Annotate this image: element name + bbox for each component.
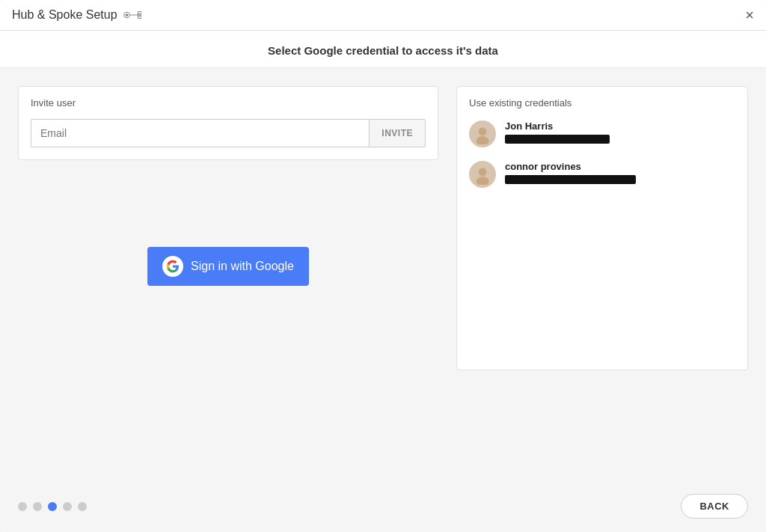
dot-2: [33, 502, 42, 511]
credential-email-connor: [505, 175, 636, 184]
invite-row: INVITE: [31, 119, 426, 147]
google-logo-icon: [162, 256, 183, 277]
google-signin-button[interactable]: Sign in with Google: [147, 247, 309, 286]
invite-section-label: Invite user: [31, 97, 426, 108]
google-signin-label: Sign in with Google: [191, 260, 294, 273]
google-signin-wrapper: Sign in with Google: [18, 172, 438, 286]
dot-5: [78, 502, 87, 511]
back-button[interactable]: BACK: [681, 494, 748, 519]
dot-3-active: [48, 502, 57, 511]
close-button[interactable]: ×: [745, 7, 754, 22]
avatar-jon: [469, 120, 496, 147]
footer: BACK: [0, 480, 766, 532]
avatar-connor: [469, 161, 496, 188]
svg-point-7: [479, 127, 487, 135]
page-subtitle: Select Google credential to access it's …: [0, 31, 766, 68]
dot-1: [18, 502, 27, 511]
progress-dots: [18, 502, 87, 511]
credential-item-connor[interactable]: connor provines: [469, 161, 735, 188]
invite-button[interactable]: INVITE: [369, 119, 426, 147]
hub-spoke-icon: [123, 8, 141, 22]
modal-title: Hub & Spoke Setup: [12, 8, 117, 22]
main-content: Invite user INVITE: [0, 68, 766, 480]
credential-info-jon: Jon Harris: [505, 120, 610, 144]
left-panel: Invite user INVITE: [18, 86, 438, 480]
email-input[interactable]: [31, 119, 369, 147]
invite-section: Invite user INVITE: [18, 86, 438, 160]
credential-info-connor: connor provines: [505, 161, 636, 184]
svg-point-8: [476, 136, 488, 144]
credentials-section: Use existing credentials Jon Harris: [456, 86, 748, 370]
credential-item-jon[interactable]: Jon Harris: [469, 120, 735, 147]
svg-point-1: [125, 13, 128, 16]
dot-4: [63, 502, 72, 511]
title-bar-left: Hub & Spoke Setup: [12, 8, 141, 22]
right-panel: Use existing credentials Jon Harris: [456, 86, 748, 480]
svg-point-9: [479, 168, 487, 176]
title-bar: Hub & Spoke Setup ×: [0, 0, 766, 31]
svg-point-10: [476, 177, 488, 185]
credential-email-jon: [505, 135, 610, 144]
credentials-title: Use existing credentials: [469, 97, 735, 108]
credential-name-connor: connor provines: [505, 161, 636, 172]
credential-name-jon: Jon Harris: [505, 120, 610, 132]
modal-window: Hub & Spoke Setup × Select Google creden…: [0, 0, 766, 532]
